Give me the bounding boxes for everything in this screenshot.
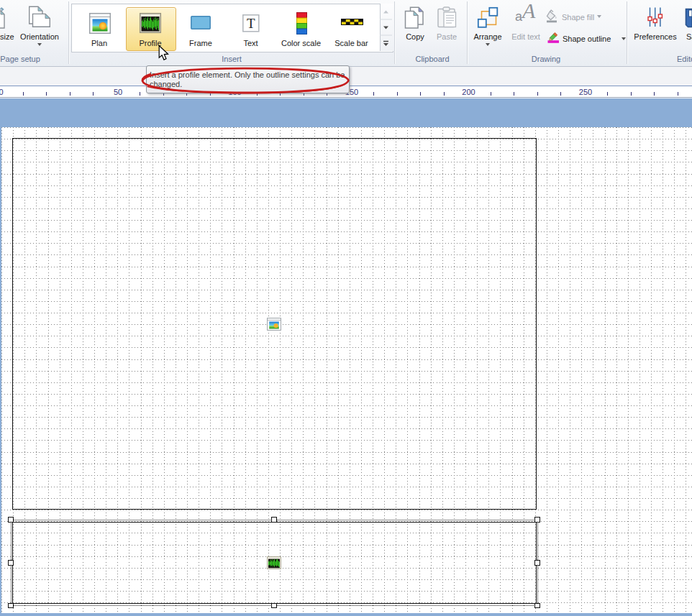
svg-text:T: T	[247, 16, 255, 31]
